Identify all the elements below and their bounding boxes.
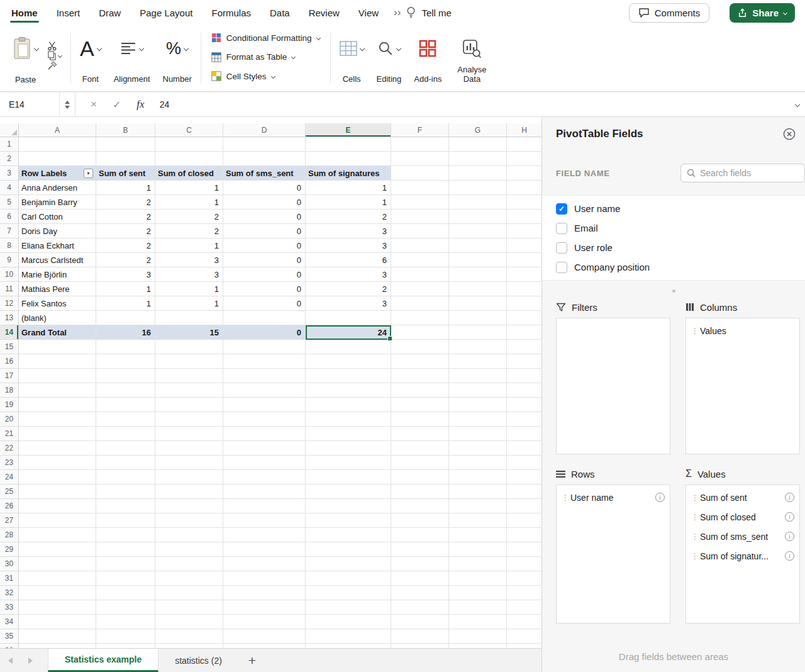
cell-A25[interactable]: [19, 484, 96, 499]
row-header-8[interactable]: 8: [0, 238, 19, 253]
info-icon[interactable]: i: [785, 512, 794, 522]
comments-button[interactable]: Comments: [629, 3, 710, 23]
cell-H1[interactable]: [507, 137, 541, 152]
company-position-checkbox[interactable]: [556, 262, 567, 273]
cell-C7[interactable]: 2: [155, 224, 223, 238]
info-icon[interactable]: i: [655, 493, 665, 502]
cell-A23[interactable]: [19, 456, 96, 470]
cell-E25[interactable]: [306, 484, 391, 499]
cell-A22[interactable]: [19, 441, 96, 456]
drag-handle-icon[interactable]: ⋮: [691, 533, 696, 540]
column-header-E[interactable]: E: [306, 123, 391, 137]
cell-D14[interactable]: 0: [223, 325, 306, 340]
cell-F31[interactable]: [391, 571, 449, 586]
cell-B24[interactable]: [96, 470, 155, 484]
cell-F9[interactable]: [391, 253, 449, 267]
cell-G16[interactable]: [449, 354, 507, 369]
cell-D7[interactable]: 0: [223, 224, 306, 238]
cell-D34[interactable]: [223, 615, 306, 629]
column-header-A[interactable]: A: [19, 123, 96, 137]
cell-B8[interactable]: 2: [96, 238, 155, 253]
cell-D19[interactable]: [223, 398, 306, 412]
cell-A9[interactable]: Marcus Carlstedt: [19, 253, 96, 267]
cell-C2[interactable]: [155, 152, 223, 166]
cell-D17[interactable]: [223, 369, 306, 383]
row-header-30[interactable]: 30: [0, 557, 19, 571]
cell-F7[interactable]: [391, 224, 449, 238]
cell-A13[interactable]: (blank): [19, 311, 96, 325]
cell-F15[interactable]: [391, 340, 449, 354]
cell-A1[interactable]: [19, 137, 96, 152]
cell-F1[interactable]: [391, 137, 449, 152]
cell-E30[interactable]: [306, 557, 391, 571]
cell-B20[interactable]: [96, 412, 155, 427]
add-sheet-button[interactable]: +: [238, 649, 266, 672]
cell-E4[interactable]: 1: [306, 181, 391, 195]
copy-icon[interactable]: [47, 51, 62, 60]
cell-D16[interactable]: [223, 354, 306, 369]
cell-E23[interactable]: [306, 456, 391, 470]
info-icon[interactable]: i: [785, 551, 794, 561]
addins-button[interactable]: Add-ins: [414, 28, 441, 86]
cell-E3[interactable]: Sum of signatures: [306, 166, 391, 181]
cell-B5[interactable]: 2: [96, 195, 155, 210]
cell-G10[interactable]: [449, 267, 507, 282]
cell-C24[interactable]: [155, 470, 223, 484]
cell-B31[interactable]: [96, 571, 155, 586]
number-button[interactable]: % Number: [163, 28, 192, 86]
cell-B30[interactable]: [96, 557, 155, 571]
cell-H8[interactable]: [507, 238, 541, 253]
cell-B27[interactable]: [96, 513, 155, 528]
cell-A10[interactable]: Marie Björlin: [19, 267, 96, 282]
row-header-25[interactable]: 25: [0, 484, 19, 499]
cell-F24[interactable]: [391, 470, 449, 484]
cell-D21[interactable]: [223, 427, 306, 441]
row-header-36[interactable]: 36: [0, 644, 19, 648]
row-header-6[interactable]: 6: [0, 210, 19, 224]
cell-G36[interactable]: [449, 644, 507, 648]
field-item-user-name[interactable]: ✓User name: [542, 199, 805, 218]
cell-C28[interactable]: [155, 528, 223, 542]
cell-B33[interactable]: [96, 600, 155, 615]
cell-B3[interactable]: Sum of sent: [96, 166, 155, 181]
cell-F12[interactable]: [391, 296, 449, 311]
cell-D29[interactable]: [223, 542, 306, 557]
cell-E20[interactable]: [306, 412, 391, 427]
cancel-entry-icon[interactable]: ×: [91, 98, 97, 111]
cell-F8[interactable]: [391, 238, 449, 253]
cell-B4[interactable]: 1: [96, 181, 155, 195]
format-as-table-button[interactable]: Format as Table: [211, 52, 296, 62]
cell-B26[interactable]: [96, 499, 155, 513]
cell-B23[interactable]: [96, 456, 155, 470]
cell-F13[interactable]: [391, 311, 449, 325]
cell-C16[interactable]: [155, 354, 223, 369]
cell-B19[interactable]: [96, 398, 155, 412]
stepper-down-icon[interactable]: [65, 106, 70, 109]
cell-H7[interactable]: [507, 224, 541, 238]
cell-B28[interactable]: [96, 528, 155, 542]
cell-H25[interactable]: [507, 484, 541, 499]
cell-B29[interactable]: [96, 542, 155, 557]
row-header-2[interactable]: 2: [0, 152, 19, 166]
pane-resize-handle[interactable]: [672, 289, 675, 293]
cell-H3[interactable]: [507, 166, 541, 181]
column-header-C[interactable]: C: [155, 123, 223, 137]
cell-F33[interactable]: [391, 600, 449, 615]
row-header-22[interactable]: 22: [0, 441, 19, 456]
cell-F23[interactable]: [391, 456, 449, 470]
cell-B22[interactable]: [96, 441, 155, 456]
cell-B14[interactable]: 16: [96, 325, 155, 340]
cell-H4[interactable]: [507, 181, 541, 195]
cell-A7[interactable]: Doris Day: [19, 224, 96, 238]
email-checkbox[interactable]: [556, 223, 567, 234]
area-item-sum-of-sent[interactable]: ⋮Sum of senti: [688, 488, 797, 507]
cell-E16[interactable]: [306, 354, 391, 369]
drag-handle-icon[interactable]: ⋮: [691, 494, 696, 501]
cell-D36[interactable]: [223, 644, 306, 648]
ribbon-tab-formulas[interactable]: Formulas: [211, 0, 251, 25]
cell-C25[interactable]: [155, 484, 223, 499]
cell-H5[interactable]: [507, 195, 541, 210]
rows-area-box[interactable]: ⋮User namei: [556, 484, 670, 624]
cell-B13[interactable]: [96, 311, 155, 325]
cell-A17[interactable]: [19, 369, 96, 383]
